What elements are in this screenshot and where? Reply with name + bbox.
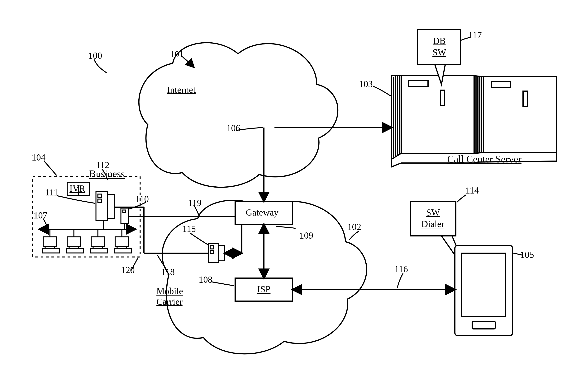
ref-118: 118: [161, 267, 175, 277]
mobile-carrier-l1: Mobile: [156, 286, 183, 296]
svg-rect-6: [98, 194, 101, 198]
svg-rect-26: [90, 249, 108, 253]
ref-116: 116: [394, 264, 408, 274]
svg-rect-42: [491, 81, 511, 87]
svg-rect-46: [472, 321, 495, 329]
svg-rect-21: [67, 237, 81, 246]
svg-rect-34: [401, 76, 474, 154]
dbsw-l2: SW: [432, 47, 446, 57]
svg-rect-41: [484, 77, 557, 153]
svg-rect-20: [42, 249, 59, 253]
dbsw-l1: DB: [433, 35, 446, 46]
svg-rect-23: [66, 249, 84, 253]
mobile-carrier-l2: Carrier: [156, 296, 182, 307]
svg-rect-29: [114, 249, 131, 253]
ref-101: 101: [170, 49, 184, 59]
svg-rect-45: [461, 253, 506, 316]
switch-icon: [208, 244, 225, 263]
svg-rect-3: [210, 250, 214, 254]
swdialer-l2: Dialer: [421, 219, 444, 229]
ref-119: 119: [188, 198, 202, 208]
svg-rect-5: [108, 195, 114, 219]
router-icon: [121, 208, 128, 223]
ref-100: 100: [88, 50, 102, 61]
ref-106: 106: [227, 123, 240, 133]
ref-107: 107: [34, 210, 47, 221]
ref-120: 120: [121, 265, 135, 275]
ref-109: 109: [299, 230, 313, 241]
svg-rect-1: [219, 245, 225, 261]
svg-rect-24: [91, 237, 105, 246]
svg-rect-18: [43, 237, 57, 246]
ref-108: 108: [199, 274, 212, 285]
call-center-label: Call Center Server: [447, 154, 521, 165]
svg-rect-27: [115, 237, 129, 246]
isp-label: ISP: [257, 284, 270, 294]
ivr-label: IVR: [69, 183, 86, 194]
svg-rect-43: [523, 91, 527, 106]
ref-104: 104: [32, 152, 46, 163]
server-racks-icon: [392, 76, 557, 167]
pbx-icon: [96, 192, 114, 221]
ref-103: 103: [359, 79, 373, 89]
ref-105: 105: [520, 249, 534, 260]
ref-102: 102: [347, 222, 361, 232]
internet-cloud: [139, 43, 338, 187]
svg-rect-2: [210, 245, 214, 249]
diagram-canvas: [0, 0, 576, 392]
svg-rect-36: [440, 90, 445, 105]
svg-rect-9: [123, 210, 125, 213]
ref-115: 115: [182, 223, 196, 234]
swdialer-l1: SW: [426, 207, 440, 218]
mobile-device-icon: [455, 245, 513, 336]
business-label: Business: [89, 168, 125, 180]
internet-label: Internet: [167, 84, 196, 95]
ref-117: 117: [468, 30, 482, 40]
gateway-label: Gateway: [246, 207, 279, 218]
ref-111: 111: [45, 187, 58, 198]
svg-rect-7: [98, 199, 101, 203]
ref-114: 114: [465, 185, 479, 196]
ref-110: 110: [135, 194, 149, 204]
svg-rect-35: [409, 80, 428, 86]
